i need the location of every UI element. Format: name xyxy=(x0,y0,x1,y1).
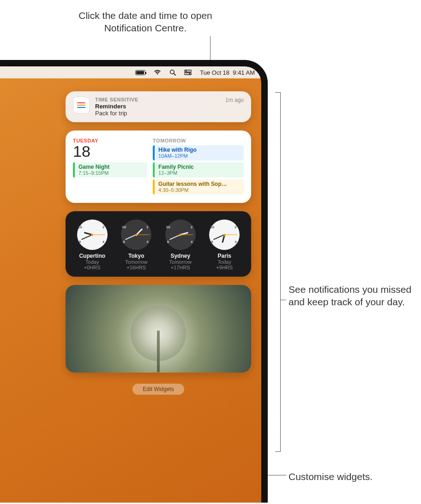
event-time: 10AM–12PM xyxy=(158,153,241,159)
clock-offset: +0HRS xyxy=(70,265,114,270)
desktop: Tue Oct 18 9:41 AM TIME SENSITIVE Remind… xyxy=(0,66,261,503)
callout-customise: Customise widgets. xyxy=(289,470,409,483)
clock-day: Tomorrow xyxy=(114,259,159,265)
clock-offset: +9HRS xyxy=(203,265,247,270)
svg-rect-4 xyxy=(184,73,192,75)
callout-notifications: See notifications you missed and keep tr… xyxy=(289,283,418,308)
world-clock-widget[interactable]: 24810CupertinoToday+0HRS24810TokyoTomorr… xyxy=(66,211,251,277)
callout-bracket-mid xyxy=(281,300,286,300)
calendar-event[interactable]: Game Night7:15–9:15PM xyxy=(73,162,147,178)
clock-city: Cupertino xyxy=(70,253,114,259)
notification-centre: TIME SENSITIVE Reminders Pack for trip 1… xyxy=(66,91,251,395)
menu-bar: Tue Oct 18 9:41 AM xyxy=(0,66,261,78)
svg-point-5 xyxy=(189,73,191,75)
calendar-event[interactable]: Family Picnic12–3PM xyxy=(153,162,244,178)
event-title: Family Picnic xyxy=(158,164,241,170)
clock-tokyo: 24810TokyoTomorrow+16HRS xyxy=(114,219,159,270)
callout-bracket xyxy=(275,92,281,452)
svg-line-1 xyxy=(174,73,175,75)
clock-cupertino: 24810CupertinoToday+0HRS xyxy=(70,219,114,270)
clock-city: Sydney xyxy=(158,253,203,259)
menubar-datetime[interactable]: Tue Oct 18 9:41 AM xyxy=(200,69,255,76)
clock-city: Tokyo xyxy=(114,253,159,259)
battery-icon xyxy=(135,70,145,75)
event-time: 4:30–5:30PM xyxy=(158,187,241,193)
event-title: Guitar lessons with Sop… xyxy=(158,181,241,187)
reminders-app-icon xyxy=(73,97,90,113)
notification-app-name: Reminders xyxy=(95,103,244,110)
clock-face: 24810 xyxy=(77,219,108,250)
clock-day: Today xyxy=(70,259,114,265)
notification-title: Pack for trip xyxy=(95,110,244,117)
clock-city: Paris xyxy=(203,253,247,259)
clock-day: Tomorrow xyxy=(158,259,203,265)
clock-sydney: 24810SydneyTomorrow+17HRS xyxy=(158,219,203,270)
clock-face: 24810 xyxy=(165,219,196,250)
notification-timestamp: 1m ago xyxy=(225,97,244,103)
menubar-time: 9:41 AM xyxy=(233,69,255,76)
clock-offset: +17HRS xyxy=(158,265,203,270)
clock-offset: +16HRS xyxy=(114,265,159,270)
time-sensitive-label: TIME SENSITIVE xyxy=(95,97,244,102)
clock-face: 24810 xyxy=(121,219,151,250)
menubar-date: Tue Oct 18 xyxy=(200,69,229,76)
laptop-frame: Tue Oct 18 9:41 AM TIME SENSITIVE Remind… xyxy=(0,60,268,503)
event-time: 7:15–9:15PM xyxy=(78,170,144,176)
clock-day: Today xyxy=(203,259,247,265)
event-title: Game Night xyxy=(78,164,144,170)
spotlight-icon[interactable] xyxy=(169,69,176,76)
calendar-day-number: 18 xyxy=(73,142,147,160)
calendar-event[interactable]: Hike with Rigo10AM–12PM xyxy=(153,145,244,160)
svg-rect-2 xyxy=(184,70,192,72)
photos-widget[interactable] xyxy=(66,285,251,373)
calendar-widget[interactable]: TUESDAY 18 Game Night7:15–9:15PM TOMORRO… xyxy=(66,130,251,203)
calendar-tomorrow-label: TOMORROW xyxy=(153,138,244,143)
event-title: Hike with Rigo xyxy=(158,147,241,153)
clock-paris: 24810ParisToday+9HRS xyxy=(203,219,247,270)
svg-point-3 xyxy=(186,71,187,72)
notification-reminders[interactable]: TIME SENSITIVE Reminders Pack for trip 1… xyxy=(66,91,251,122)
wifi-icon xyxy=(154,70,161,75)
control-centre-icon[interactable] xyxy=(184,70,192,75)
callout-datetime: Click the date and time to open Notifica… xyxy=(67,9,224,35)
calendar-event[interactable]: Guitar lessons with Sop…4:30–5:30PM xyxy=(153,179,244,195)
edit-widgets-button[interactable]: Edit Widgets xyxy=(132,384,184,395)
event-time: 12–3PM xyxy=(158,170,241,176)
clock-face: 24810 xyxy=(209,219,240,250)
